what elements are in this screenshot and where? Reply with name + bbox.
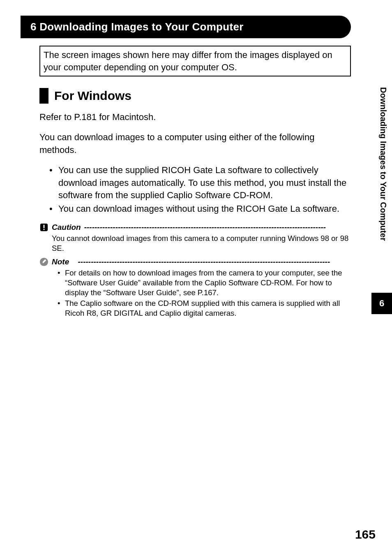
caution-dashes: ----------------------------------------…: [84, 223, 351, 232]
caution-header: Caution---------------------------------…: [39, 223, 351, 232]
info-box: The screen images shown here may differ …: [39, 46, 351, 76]
note-list: For details on how to download images fr…: [39, 268, 351, 318]
methods-list: You can use the supplied RICOH Gate La s…: [39, 164, 351, 215]
page-number: 165: [355, 528, 376, 541]
paragraph-methods-intro: You can download images to a computer us…: [39, 131, 351, 157]
paragraph-refer-macintosh: Refer to P.181 for Macintosh.: [39, 111, 351, 124]
note-pencil-icon: [39, 257, 48, 266]
info-box-text: The screen images shown here may differ …: [44, 50, 332, 72]
section-marker: [39, 88, 48, 104]
side-tab: Downloading Images to Your Computer 6: [369, 87, 392, 322]
caution-icon: [39, 223, 48, 232]
svg-rect-2: [44, 229, 45, 230]
note-spacer: [72, 257, 74, 266]
caution-body: You cannot download images from this cam…: [39, 234, 351, 253]
section-title: For Windows: [54, 89, 131, 103]
page-content: The screen images shown here may differ …: [0, 46, 392, 318]
note-label: Note: [52, 257, 69, 266]
note-header: Note -----------------------------------…: [39, 257, 351, 266]
chapter-header-text: 6 Downloading Images to Your Computer: [30, 21, 244, 33]
caution-label: Caution: [52, 223, 81, 232]
list-item: You can use the supplied RICOH Gate La s…: [48, 164, 351, 202]
list-item: The Caplio software on the CD-ROM suppli…: [58, 298, 351, 318]
list-item: You can download images without using th…: [48, 203, 351, 215]
note-dashes: ----------------------------------------…: [78, 257, 351, 266]
list-item: For details on how to download images fr…: [58, 268, 351, 298]
side-tab-text: Downloading Images to Your Computer: [378, 87, 388, 241]
svg-rect-1: [44, 225, 45, 228]
side-tab-number: 6: [371, 293, 392, 314]
section-title-wrap: For Windows: [39, 88, 351, 104]
chapter-header: 6 Downloading Images to Your Computer: [21, 16, 351, 38]
